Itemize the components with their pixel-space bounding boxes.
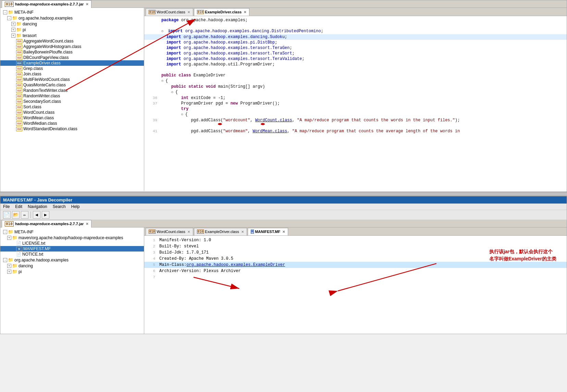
tab-wc-bottom[interactable]: 010 WordCount.class ✕ <box>146 228 193 235</box>
collapse-class[interactable]: ⊖ <box>161 78 165 84</box>
import-link-4[interactable]: org.apache.hadoop.examples.terasort.Tera… <box>184 46 290 50</box>
expand-bottom-pi[interactable]: + <box>7 270 11 274</box>
tree-randomwriter[interactable]: 010 RandomWriter.class <box>0 93 144 99</box>
tree-bottom-metainf-label: META-INF <box>14 230 34 234</box>
manifest-line-3-text: Build-Jdk: 1.7.0_171 <box>159 249 209 256</box>
collapse-main[interactable]: ⊖ <box>171 90 175 95</box>
expand-terasort[interactable]: + <box>11 34 15 38</box>
tab-exampledriver[interactable]: 010 ExampleDriver.class ✕ <box>194 8 249 16</box>
close-icon-wc-b[interactable]: ✕ <box>187 230 190 234</box>
tree-dbcount[interactable]: 010 DBCountPageView.class <box>0 55 144 60</box>
annotation-text: 执行该jar包，默认会执行这个名字叫做ExampleDriver的主类 <box>489 248 556 262</box>
tree-org-apache[interactable]: - 📁 org.apache.hadoop.examples <box>0 15 144 21</box>
tree-bottom-pi[interactable]: + 📁 pi <box>0 269 144 274</box>
wordmean-class-ref[interactable]: WordMean.class <box>252 129 287 134</box>
tree-meta-inf[interactable]: - 📁 META-INF <box>0 9 144 15</box>
close-icon-ed[interactable]: ✕ <box>244 10 246 14</box>
tree-dancing[interactable]: + 📁 dancing <box>0 21 144 27</box>
folder-icon-dancing: 📁 <box>16 21 22 26</box>
import-link-2[interactable]: org.apache.hadoop.examples.dancing.Sudok… <box>184 35 285 39</box>
tree-aggwordhisto[interactable]: 010 AggregateWordHistogram.class <box>0 44 144 49</box>
tree-bottom-org[interactable]: - 📁 org.apache.hadoop.examples <box>0 257 144 263</box>
tab-wordcount[interactable]: 010 WordCount.class ✕ <box>146 8 193 16</box>
code-line-main: public static void main(String[] argv) <box>144 84 567 89</box>
expand-bottom-meta-inf[interactable]: - <box>3 230 7 234</box>
top-panel: 010 hadoop-mapreduce-examples-2.7.7.jar … <box>0 0 567 192</box>
tree-multifile[interactable]: 010 MultiFileWordCount.class <box>0 77 144 82</box>
import-link-5[interactable]: org.apache.hadoop.examples.terasort.Tera… <box>184 51 292 56</box>
expand-dancing[interactable]: + <box>11 22 15 26</box>
tree-wordcount[interactable]: 010 WordCount.class <box>0 110 144 115</box>
import-link-3[interactable]: org.apache.hadoop.examples.pi.DistBbp <box>184 40 275 45</box>
package-name: org.apache.hadoop.examples; <box>181 18 248 23</box>
tool-save[interactable]: ✏️ <box>21 211 28 219</box>
tree-aggwordcount[interactable]: 010 AggregateWordCount.class <box>0 38 144 44</box>
tree-terasort[interactable]: + 📁 terasort <box>0 33 144 38</box>
tree-wordstddev[interactable]: 010 WordStandardDeviation.class <box>0 126 144 132</box>
expand-meta-inf[interactable]: - <box>3 10 7 14</box>
manifest-line-5-prefix: Main-Class: <box>159 262 186 268</box>
tree-exampledriver-label: ExampleDriver.class <box>23 61 61 65</box>
wordcount-class-ref[interactable]: WordCount.class <box>255 118 292 123</box>
tree-meta-inf-label: META-INF <box>14 10 34 15</box>
manifest-line-6: 6 Archiver-Version: Plexus Archiver <box>144 268 567 274</box>
tool-back[interactable]: ◀ <box>33 211 40 219</box>
tree-wordmean[interactable]: 010 WordMean.class <box>0 115 144 121</box>
tree-bottom-license[interactable]: 📄 LICENSE.txt <box>0 241 144 246</box>
tree-wordcount-label: WordCount.class <box>23 110 54 115</box>
tree-wordmedian[interactable]: 010 WordMedian.class <box>0 121 144 126</box>
tree-join[interactable]: 010 Join.class <box>0 71 144 77</box>
tree-quasi-label: QuasiMonteCarlo.class <box>23 83 66 87</box>
code-editor-top: 010 WordCount.class ✕ 010 ExampleDriver.… <box>144 8 567 191</box>
menu-search[interactable]: Search <box>53 204 66 209</box>
tree-secondary[interactable]: 010 SecondarySort.class <box>0 99 144 104</box>
tab-manifest-bottom[interactable]: M MANIFEST.MF ✕ <box>248 228 288 235</box>
collapse-try[interactable]: ⊖ <box>181 112 185 118</box>
jar-tab-bottom[interactable]: 010 hadoop-mapreduce-examples-2.7.7.jar … <box>2 220 91 228</box>
code-line-import2: import org.apache.hadoop.examples.dancin… <box>144 34 567 40</box>
tree-pi[interactable]: + 📁 pi <box>0 27 144 33</box>
main-class-link[interactable]: org.apache.hadoop.examples.ExampleDriver <box>186 262 285 268</box>
txt-icon-notice: 📄 <box>16 252 21 257</box>
jar-tab-top[interactable]: 010 hadoop-mapreduce-examples-2.7.7.jar … <box>2 0 91 8</box>
manifest-icon: M <box>16 247 22 251</box>
menu-file[interactable]: File <box>3 204 10 209</box>
menu-navigation[interactable]: Navigation <box>28 204 47 209</box>
tree-baileybor[interactable]: 010 BaileyBorweinPlouffe.class <box>0 49 144 55</box>
tool-forward[interactable]: ▶ <box>42 211 49 219</box>
tool-new[interactable]: 📄 <box>3 211 11 219</box>
tree-bottom-manifest[interactable]: M MANIFEST.MF <box>0 246 144 252</box>
expand-bottom-org[interactable]: - <box>3 258 7 262</box>
import-link-6[interactable]: org.apache.hadoop.examples.terasort.Tera… <box>184 57 302 61</box>
close-icon-jar-bottom[interactable]: ✕ <box>86 222 88 226</box>
close-icon-mf[interactable]: ✕ <box>282 230 285 234</box>
collapse-imports[interactable]: ⊖ <box>161 29 165 34</box>
tree-bottom-meta-inf[interactable]: - 📁 META-INF <box>0 229 144 235</box>
close-icon[interactable]: ✕ <box>86 2 88 6</box>
tree-pi-label: pi <box>23 27 26 32</box>
close-icon-wc[interactable]: ✕ <box>187 10 190 14</box>
class-icon-13: 010 <box>16 105 22 109</box>
tree-grep[interactable]: 010 Grep.class <box>0 66 144 71</box>
expand-org-apache[interactable]: - <box>7 16 11 20</box>
menu-help[interactable]: Help <box>71 204 80 209</box>
expand-bottom-maven[interactable]: + <box>7 236 11 240</box>
tree-sort[interactable]: 010 Sort.class <box>0 104 144 110</box>
import-link-1[interactable]: org.apache.hadoop.examples.dancing.Distr… <box>185 29 321 34</box>
tree-bottom-dancing[interactable]: + 📁 dancing <box>0 263 144 269</box>
tool-open[interactable]: 📂 <box>12 211 20 219</box>
tree-bottom-notice[interactable]: 📄 NOTICE.txt <box>0 252 144 257</box>
expand-bottom-dancing[interactable]: + <box>7 264 11 268</box>
tab-ed-bottom[interactable]: 010 ExampleDriver.class ✕ <box>194 228 247 235</box>
tree-randomtext[interactable]: 010 RandomTextWriter.class <box>0 88 144 93</box>
tree-bottom-maven[interactable]: + 📁 maven/org.apache.hadoop/hadoop-mapre… <box>0 235 144 241</box>
tree-aggwordcount-label: AggregateWordCount.class <box>23 39 74 44</box>
tree-exampledriver[interactable]: 010 ExampleDriver.class <box>0 60 144 66</box>
expand-pi[interactable]: + <box>11 28 15 32</box>
menu-edit[interactable]: Edit <box>15 204 22 209</box>
code-line-openbrace3: ⊖{ <box>144 112 567 118</box>
manifest-content-area: 010 WordCount.class ✕ 010 ExampleDriver.… <box>144 228 567 334</box>
tree-quasi[interactable]: 010 QuasiMonteCarlo.class <box>0 82 144 88</box>
class-icon-9: 010 <box>16 83 22 87</box>
close-icon-ed-b[interactable]: ✕ <box>241 230 244 234</box>
